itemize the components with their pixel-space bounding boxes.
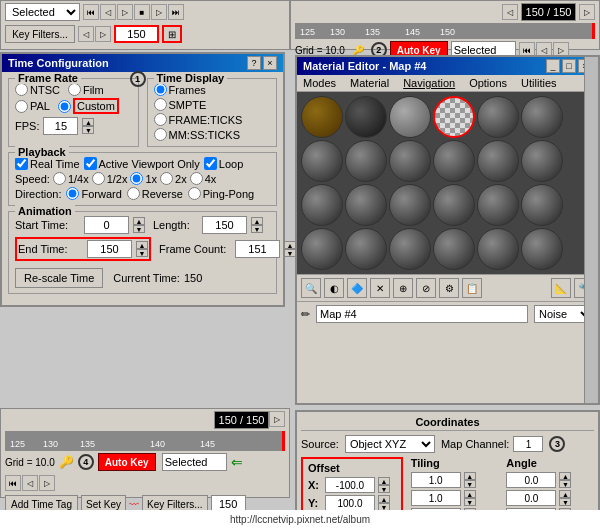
reverse-radio[interactable] [127,187,140,200]
mm-ticks-label[interactable]: MM:SS:TICKS [154,128,271,141]
quad-speed[interactable]: 4x [190,172,217,185]
sphere-22[interactable] [433,228,475,270]
sphere-3[interactable] [389,96,431,138]
pal-radio[interactable] [15,100,28,113]
y-tiling-up[interactable]: ▲ [464,490,476,498]
fps-up[interactable]: ▲ [82,118,94,126]
go-end-btn[interactable]: ⏭ [168,4,184,20]
frame-ticks-label[interactable]: FRAME:TICKS [154,113,271,126]
length-down[interactable]: ▼ [251,225,263,233]
bl-play[interactable]: ▷ [39,475,55,491]
animation-mode-select[interactable]: Selected [5,3,80,21]
pingpong-label[interactable]: Ping-Pong [188,187,254,200]
sphere-8[interactable] [345,140,387,182]
fps-down[interactable]: ▼ [82,126,94,134]
real-time-check[interactable] [15,157,28,170]
x-tiling-input[interactable] [411,472,461,488]
custom-label[interactable]: Custom [58,98,119,114]
end-time-input[interactable] [87,240,132,258]
real-time-label[interactable]: Real Time [15,157,80,170]
me-minimize-btn[interactable]: _ [546,59,560,73]
auto-key-btn-bl[interactable]: Auto Key [98,453,156,471]
x-offset-up[interactable]: ▲ [378,477,390,485]
x-offset-input[interactable] [325,477,375,493]
x-angle-up[interactable]: ▲ [559,472,571,480]
prev-frame-btn[interactable]: ◁ [100,4,116,20]
length-input[interactable] [202,216,247,234]
sphere-7[interactable] [301,140,343,182]
bl-prev[interactable]: ◁ [22,475,38,491]
y-angle-down[interactable]: ▼ [559,498,571,506]
sphere-16[interactable] [433,184,475,226]
loop-check[interactable] [204,157,217,170]
ntsc-label[interactable]: NTSC [15,83,60,96]
sphere-6[interactable] [521,96,563,138]
frame-count-input[interactable] [235,240,280,258]
sphere-1[interactable] [301,96,343,138]
quarter-speed-radio[interactable] [53,172,66,185]
film-label[interactable]: Film [68,83,104,96]
me-tool-6[interactable]: ⊘ [416,278,436,298]
double-speed[interactable]: 2x [160,172,187,185]
dialog-help-btn[interactable]: ? [247,56,261,70]
forward-label[interactable]: Forward [66,187,121,200]
half-speed-radio[interactable] [92,172,105,185]
frame-input[interactable] [114,25,159,43]
full-speed[interactable]: 1x [130,172,157,185]
bl-timeline[interactable]: 125 130 135 140 145 [5,431,285,451]
me-scrollbar[interactable] [584,57,598,403]
play-btn[interactable]: ▷ [117,4,133,20]
me-tool-8[interactable]: 📋 [462,278,482,298]
menu-modes[interactable]: Modes [301,76,338,90]
sphere-18[interactable] [521,184,563,226]
start-time-input[interactable] [84,216,129,234]
y-offset-input[interactable] [325,495,375,511]
sphere-24[interactable] [521,228,563,270]
go-start-btn[interactable]: ⏮ [83,4,99,20]
x-offset-down[interactable]: ▼ [378,485,390,493]
sphere-11[interactable] [477,140,519,182]
sphere-23[interactable] [477,228,519,270]
me-tool-3[interactable]: 🔷 [347,278,367,298]
double-speed-radio[interactable] [160,172,173,185]
y-angle-input[interactable] [506,490,556,506]
sphere-2[interactable] [345,96,387,138]
sphere-19[interactable] [301,228,343,270]
prev-key-btn[interactable]: ◁ [78,26,94,42]
me-tool-5[interactable]: ⊕ [393,278,413,298]
active-viewport-check[interactable] [84,157,97,170]
sphere-5[interactable] [477,96,519,138]
x-angle-input[interactable] [506,472,556,488]
next-frame-btn[interactable]: ▷ [151,4,167,20]
sphere-9[interactable] [389,140,431,182]
y-tiling-down[interactable]: ▼ [464,498,476,506]
bl-arrow-right[interactable]: ▷ [269,411,285,427]
full-speed-radio[interactable] [130,172,143,185]
end-time-up[interactable]: ▲ [136,241,148,249]
me-tool-2[interactable]: ◐ [324,278,344,298]
tr-timeline[interactable]: 125 130 135 145 150 [295,23,595,39]
key-filters-top-btn[interactable]: Key Filters... [5,25,75,43]
mm-ticks-radio[interactable] [154,128,167,141]
end-time-down[interactable]: ▼ [136,249,148,257]
menu-navigation[interactable]: Navigation [401,76,457,90]
map-channel-input[interactable] [513,436,543,452]
frames-radio[interactable] [154,83,167,96]
active-viewport-label[interactable]: Active Viewport Only [84,157,200,170]
y-offset-up[interactable]: ▲ [378,495,390,503]
smpte-radio[interactable] [154,98,167,111]
half-speed[interactable]: 1/2x [92,172,128,185]
film-radio[interactable] [68,83,81,96]
me-tool-right1[interactable]: 📐 [551,278,571,298]
dialog-close-btn[interactable]: × [263,56,277,70]
pal-label[interactable]: PAL [15,100,50,113]
tr-arrow-right[interactable]: ▷ [579,4,595,20]
reverse-label[interactable]: Reverse [127,187,183,200]
loop-label[interactable]: Loop [204,157,243,170]
x-tiling-up[interactable]: ▲ [464,472,476,480]
quad-speed-radio[interactable] [190,172,203,185]
y-tiling-input[interactable] [411,490,461,506]
start-time-down[interactable]: ▼ [133,225,145,233]
ntsc-radio[interactable] [15,83,28,96]
fps-input[interactable] [43,117,78,135]
